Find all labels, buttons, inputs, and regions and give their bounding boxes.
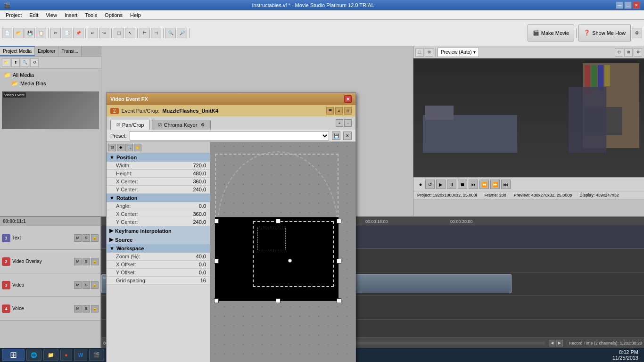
cut-btn[interactable]: ✂ [50,28,61,38]
tl-right-btn[interactable]: ▶ [556,340,563,346]
preset-dropdown[interactable] [130,131,329,140]
menu-edit[interactable]: Edit [25,11,42,19]
tab-chroma-keyer[interactable]: ☑ Chroma Keyer ⚙ [152,120,211,130]
preview-settings-btn[interactable]: ⚙ [634,48,642,57]
track2-mute[interactable]: M [74,258,82,265]
media-search-btn[interactable]: 🔍 [21,58,29,67]
taskbar-word[interactable]: W [74,349,87,361]
taskbar-chrome[interactable]: ● [60,349,72,361]
zoom-out-btn[interactable]: 🔎 [177,28,187,38]
keyframe-group-header[interactable]: ▶ Keyframe interpolation [107,226,210,235]
tab-project-media[interactable]: Project Media [0,46,35,56]
new-btn[interactable]: 📄 [2,28,12,38]
maximize-button[interactable]: □ [624,1,632,9]
track2-lock[interactable]: 🔒 [91,258,99,265]
track4-solo[interactable]: S [83,305,90,313]
media-import-btn[interactable]: ⬆ [11,58,20,67]
media-new-btn[interactable]: 📁 [2,58,10,67]
handle-tl[interactable] [214,219,219,223]
handle-mr[interactable] [337,259,341,263]
show-me-button[interactable]: ❓ Show Me How [578,25,631,41]
select-btn[interactable]: ⬚ [114,28,124,38]
split-btn[interactable]: ⊢ [140,28,150,38]
play-btn[interactable]: ▶ [436,180,446,189]
tab-transitions[interactable]: Transi... [58,46,82,56]
save-btn[interactable]: 💾 [25,28,35,38]
position-group-header[interactable]: ▼ Position [107,153,210,162]
track1-solo[interactable]: S [83,234,90,242]
handle-bl[interactable] [214,298,219,303]
media-refresh-btn[interactable]: ↺ [30,58,39,67]
make-movie-button[interactable]: 🎬 Make Movie [528,25,574,41]
taskbar-vegas[interactable]: 🎬 [89,349,104,361]
close-button[interactable]: ✕ [633,1,640,9]
prop-keyframe-icon[interactable]: ◆ [117,144,124,151]
loop-btn[interactable]: ↺ [425,180,435,189]
rotation-group-header[interactable]: ▼ Rotation [107,194,210,202]
save-as-btn[interactable]: 📋 [36,28,46,38]
preset-delete-btn[interactable]: ✕ [343,132,352,140]
taskbar-ie[interactable]: 🌐 [26,349,41,361]
menu-options[interactable]: Options [101,11,126,19]
menu-insert[interactable]: Insert [61,11,82,19]
prop-zoom-icon[interactable]: 🔍 [125,144,133,151]
undo-btn[interactable]: ↩ [88,28,98,38]
prop-normal-icon[interactable]: ⊡ [108,144,116,151]
tl-left-btn[interactable]: ◀ [549,340,555,346]
preview-ext-btn[interactable]: ⊞ [624,48,633,57]
track2-solo[interactable]: S [83,258,90,265]
minimize-button[interactable]: — [616,1,623,9]
paste-btn[interactable]: 📌 [73,28,83,38]
pause-btn[interactable]: ⏸ [447,180,456,189]
handle-tr[interactable] [337,219,341,223]
workspace-group-header[interactable]: ▼ Workspace [107,244,210,253]
menu-view[interactable]: View [42,11,61,19]
preview-view-btn[interactable]: ⊞ [425,48,433,57]
vfx-remove-btn[interactable]: - [344,119,352,127]
vfx-settings-btn[interactable]: ⊞ [344,107,352,115]
handle-br[interactable] [337,298,341,303]
prev-btn[interactable]: ⏪ [479,180,489,189]
taskbar-explorer[interactable]: 📁 [43,349,58,361]
redo-btn[interactable]: ↪ [99,28,109,38]
preview-back-btn[interactable]: ⬚ [415,48,424,57]
trim-btn[interactable]: ⊣ [151,28,161,38]
source-group-header[interactable]: ▶ Source [107,235,210,244]
next-btn[interactable]: ⏩ [490,180,500,189]
open-btn[interactable]: 📂 [13,28,24,38]
track3-solo[interactable]: S [83,281,90,289]
tab-explorer[interactable]: Explorer [35,46,58,56]
copy-btn[interactable]: 📑 [62,28,72,38]
track1-lock[interactable]: 🔒 [91,234,99,242]
vfx-add-btn[interactable]: + [336,119,343,127]
preset-save-btn[interactable]: 💾 [332,132,340,140]
handle-bc[interactable] [276,298,281,303]
start-button[interactable]: ⊞ [2,349,25,361]
track4-mute[interactable]: M [74,305,82,313]
stop-btn[interactable]: ⏹ [458,180,467,189]
track4-lock[interactable]: 🔒 [91,305,99,313]
menu-tools[interactable]: Tools [81,11,101,19]
next-frame-btn[interactable]: ⏭ [501,180,511,189]
prev-frame-btn[interactable]: ⏮ [469,180,478,189]
tree-media-bins[interactable]: 📂 Media Bins [2,79,99,88]
preview-snap-btn[interactable]: ⊡ [615,48,623,57]
canvas-area[interactable] [210,142,355,362]
preview-mode-dropdown[interactable]: Preview (Auto) ▾ [438,48,479,57]
menu-help[interactable]: Help [126,11,145,19]
vfx-close-button[interactable]: ✕ [344,95,352,103]
track3-lock[interactable]: 🔒 [91,281,99,289]
zoom-in-btn[interactable]: 🔍 [165,28,176,38]
vfx-menu-btn[interactable]: ☰ [326,107,334,115]
prop-hand-icon[interactable]: ✋ [134,144,141,151]
track3-mute[interactable]: M [74,281,82,289]
cursor-btn[interactable]: ↖ [125,28,135,38]
tab-pan-crop[interactable]: ☑ Pan/Crop [110,120,150,130]
tree-all-media[interactable]: 📁 All Media [2,71,99,79]
handle-ml[interactable] [214,259,219,263]
vfx-list-btn[interactable]: ≡ [335,107,343,115]
track1-mute[interactable]: M [74,234,82,242]
handle-tc[interactable] [276,219,281,223]
menu-project[interactable]: Project [2,11,25,19]
help-btn[interactable]: ⚙ [632,28,642,38]
